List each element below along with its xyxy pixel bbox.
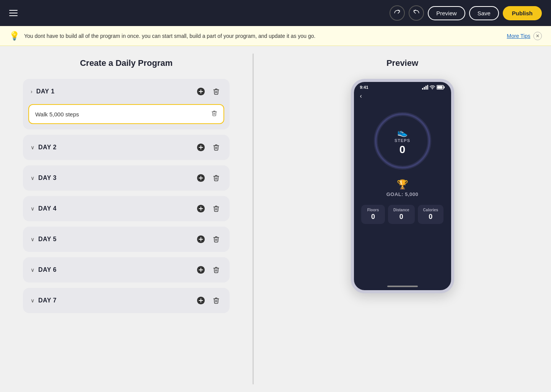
day-7-add-button[interactable] xyxy=(195,295,207,306)
app-header: Preview Save Publish xyxy=(0,0,551,26)
day-1-header[interactable]: › DAY 1 xyxy=(23,79,230,104)
day-item-6: ∨ DAY 6 xyxy=(23,257,230,283)
steps-shoe-icon: 👟 xyxy=(397,127,408,137)
day-4-header[interactable]: ∨ DAY 4 xyxy=(23,196,230,221)
day-item-2: ∨ DAY 2 xyxy=(23,135,230,160)
chevron-down-icon-3: ∨ xyxy=(31,175,34,181)
steps-circle: 👟 STEPS 0 xyxy=(372,110,433,173)
phone-nav: ‹ xyxy=(354,91,451,101)
bulb-icon: 💡 xyxy=(9,31,20,41)
day-6-delete-button[interactable] xyxy=(210,264,222,276)
day-4-add-button[interactable] xyxy=(195,203,207,214)
chevron-down-icon-7: ∨ xyxy=(31,297,34,304)
steps-label: STEPS xyxy=(395,138,410,143)
redo-button[interactable] xyxy=(390,5,405,21)
day-5-delete-button[interactable] xyxy=(210,234,222,245)
stats-row: Floors 0 Distance 0 Calories 0 xyxy=(361,205,443,224)
distance-label: Distance xyxy=(393,208,409,212)
day-1-actions xyxy=(195,86,222,97)
preview-button[interactable]: Preview xyxy=(428,6,465,20)
day-5-header[interactable]: ∨ DAY 5 xyxy=(23,227,230,252)
signal-icon xyxy=(422,85,428,90)
steps-value: 0 xyxy=(399,144,406,156)
wifi-icon xyxy=(430,85,435,90)
day-item-3: ∨ DAY 3 xyxy=(23,165,230,191)
preview-title: Preview xyxy=(386,58,418,68)
chevron-down-icon-5: ∨ xyxy=(31,236,34,242)
left-panel: Create a Daily Program › DAY 1 Wal xyxy=(0,46,253,392)
phone-time: 9:41 xyxy=(360,85,368,90)
battery-icon xyxy=(437,85,445,90)
day-3-delete-button[interactable] xyxy=(210,172,222,184)
chevron-down-icon-4: ∨ xyxy=(31,206,34,212)
day-5-add-button[interactable] xyxy=(195,234,207,245)
day-6-header[interactable]: ∨ DAY 6 xyxy=(23,257,230,283)
floors-label: Floors xyxy=(367,208,379,212)
chevron-right-icon: › xyxy=(31,88,33,95)
svg-rect-10 xyxy=(427,85,428,90)
phone-home-indicator xyxy=(354,283,451,290)
svg-point-11 xyxy=(432,89,433,90)
day-2-header[interactable]: ∨ DAY 2 xyxy=(23,135,230,160)
back-arrow-icon[interactable]: ‹ xyxy=(360,93,362,99)
day-3-add-button[interactable] xyxy=(195,172,207,184)
day-1-label: DAY 1 xyxy=(36,88,55,95)
tips-bar: 💡 You dont have to build all of the prog… xyxy=(0,26,551,46)
phone-content: 👟 STEPS 0 🏆 GOAL: 5,000 Floors 0 Dis xyxy=(354,101,451,283)
svg-rect-14 xyxy=(437,86,442,89)
day-item-5: ∨ DAY 5 xyxy=(23,227,230,252)
page-title: Create a Daily Program xyxy=(23,58,230,68)
day-1-delete-button[interactable] xyxy=(210,86,222,97)
header-left xyxy=(9,10,18,16)
chevron-down-icon-2: ∨ xyxy=(31,144,34,150)
task-item-1: Walk 5,000 steps xyxy=(28,104,224,124)
day-6-label: DAY 6 xyxy=(38,266,57,273)
chevron-down-icon-6: ∨ xyxy=(31,267,34,273)
distance-value: 0 xyxy=(399,213,403,221)
home-bar xyxy=(387,286,418,287)
day-2-add-button[interactable] xyxy=(195,142,207,153)
calories-label: Calories xyxy=(423,208,438,212)
day-item-1: › DAY 1 Walk 5,000 steps xyxy=(23,79,230,129)
svg-rect-8 xyxy=(424,87,425,90)
undo-button[interactable] xyxy=(409,5,424,21)
day-7-label: DAY 7 xyxy=(38,297,57,304)
svg-rect-9 xyxy=(425,86,427,90)
main-content: Create a Daily Program › DAY 1 Wal xyxy=(0,46,551,392)
day-7-delete-button[interactable] xyxy=(210,295,222,306)
tips-right: More Tips ✕ xyxy=(507,32,542,40)
floors-value: 0 xyxy=(371,213,375,221)
day-item-7: ∨ DAY 7 xyxy=(23,288,230,313)
svg-rect-13 xyxy=(443,87,445,88)
publish-button[interactable]: Publish xyxy=(503,6,542,20)
goal-text: GOAL: 5,000 xyxy=(386,191,419,197)
distance-stat: Distance 0 xyxy=(388,205,415,224)
day-4-delete-button[interactable] xyxy=(210,203,222,214)
right-panel: Preview 9:41 xyxy=(254,46,551,392)
day-4-label: DAY 4 xyxy=(38,205,57,212)
goal-section: 🏆 GOAL: 5,000 xyxy=(386,179,419,197)
day-7-header[interactable]: ∨ DAY 7 xyxy=(23,288,230,313)
header-right: Preview Save Publish xyxy=(390,5,542,21)
day-2-delete-button[interactable] xyxy=(210,142,222,153)
trophy-icon: 🏆 xyxy=(397,179,408,190)
svg-rect-7 xyxy=(422,88,423,90)
save-button[interactable]: Save xyxy=(469,6,499,20)
phone-status-bar: 9:41 xyxy=(354,82,451,91)
day-1-header-left: › DAY 1 xyxy=(31,88,55,95)
calories-stat: Calories 0 xyxy=(418,205,443,224)
day-1-add-button[interactable] xyxy=(195,86,207,97)
task-1-text: Walk 5,000 steps xyxy=(35,111,79,118)
day-6-add-button[interactable] xyxy=(195,264,207,276)
day-2-label: DAY 2 xyxy=(38,144,57,151)
task-1-delete-button[interactable] xyxy=(211,110,217,118)
tips-left: 💡 You dont have to build all of the prog… xyxy=(9,31,315,41)
menu-button[interactable] xyxy=(9,10,18,16)
day-item-4: ∨ DAY 4 xyxy=(23,196,230,221)
day-5-label: DAY 5 xyxy=(38,236,57,243)
day-3-label: DAY 3 xyxy=(38,175,57,181)
close-tips-button[interactable]: ✕ xyxy=(533,32,542,40)
more-tips-link[interactable]: More Tips xyxy=(507,33,530,39)
phone-mockup: 9:41 xyxy=(351,79,454,293)
day-3-header[interactable]: ∨ DAY 3 xyxy=(23,165,230,191)
